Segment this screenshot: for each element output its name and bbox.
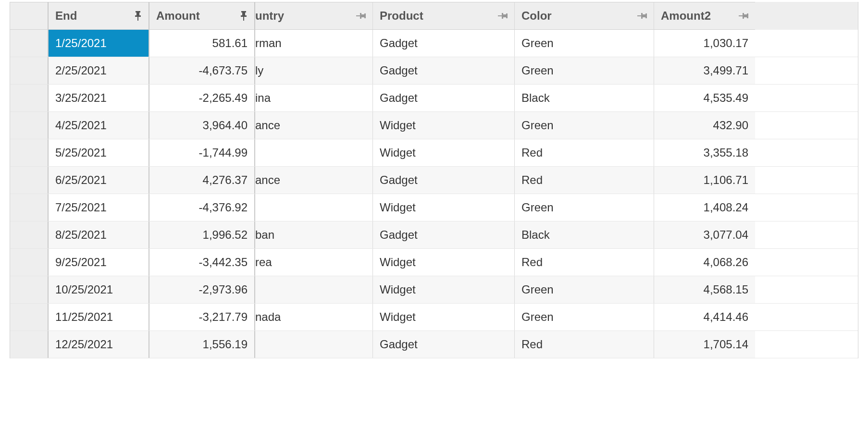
cell-amount2[interactable]: 1,408.24 — [654, 194, 755, 221]
cell-end[interactable]: 3/25/2021 — [49, 85, 149, 111]
cell-country[interactable]: ina — [255, 85, 373, 111]
column-header-amount2[interactable]: Amount2 — [654, 2, 755, 30]
cell-color[interactable]: Green — [515, 30, 654, 57]
cell-end[interactable]: 7/25/2021 — [49, 194, 149, 221]
cell-amount2[interactable]: 3,499.71 — [654, 57, 755, 84]
cell-end[interactable]: 10/25/2021 — [49, 276, 149, 303]
cell-color[interactable]: Green — [515, 112, 654, 139]
column-header-product[interactable]: Product — [373, 2, 515, 30]
cell-country[interactable]: rea — [255, 249, 373, 276]
cell-amount[interactable]: 4,276.37 — [149, 167, 255, 194]
cell-amount[interactable]: 3,964.40 — [149, 112, 255, 139]
cell-country[interactable] — [255, 331, 373, 358]
column-header-amount[interactable]: Amount — [149, 2, 255, 30]
cell-country[interactable] — [255, 276, 373, 303]
cell-amount[interactable]: -4,673.75 — [149, 57, 255, 84]
cell-country[interactable]: ban — [255, 221, 373, 248]
table-row[interactable]: 10/25/2021-2,973.96WidgetGreen4,568.15 — [10, 276, 858, 304]
column-header-country[interactable]: untry — [255, 2, 373, 30]
cell-product[interactable]: Widget — [373, 112, 515, 139]
cell-end[interactable]: 9/25/2021 — [49, 249, 149, 276]
table-row[interactable]: 11/25/2021-3,217.79nadaWidgetGreen4,414.… — [10, 304, 858, 331]
row-header[interactable] — [10, 194, 49, 221]
row-header[interactable] — [10, 167, 49, 194]
row-header[interactable] — [10, 276, 49, 303]
cell-country[interactable]: ance — [255, 112, 373, 139]
unpin-icon[interactable] — [739, 12, 748, 20]
row-header[interactable] — [10, 331, 49, 358]
cell-amount2[interactable]: 3,355.18 — [654, 139, 755, 166]
cell-amount[interactable]: 1,996.52 — [149, 221, 255, 248]
row-header[interactable] — [10, 85, 49, 111]
table-row[interactable]: 7/25/2021-4,376.92WidgetGreen1,408.24 — [10, 194, 858, 221]
row-header[interactable] — [10, 249, 49, 276]
cell-amount[interactable]: -2,265.49 — [149, 85, 255, 111]
cell-amount2[interactable]: 4,535.49 — [654, 85, 755, 111]
cell-amount[interactable]: -4,376.92 — [149, 194, 255, 221]
cell-amount[interactable]: -3,442.35 — [149, 249, 255, 276]
cell-product[interactable]: Widget — [373, 276, 515, 303]
cell-amount[interactable]: -3,217.79 — [149, 304, 255, 330]
cell-amount2[interactable]: 3,077.04 — [654, 221, 755, 248]
cell-color[interactable]: Green — [515, 57, 654, 84]
cell-amount2[interactable]: 4,414.46 — [654, 304, 755, 330]
table-row[interactable]: 6/25/20214,276.37anceGadgetRed1,106.71 — [10, 167, 858, 194]
cell-end[interactable]: 12/25/2021 — [49, 331, 149, 358]
cell-color[interactable]: Black — [515, 221, 654, 248]
cell-amount2[interactable]: 1,705.14 — [654, 331, 755, 358]
cell-country[interactable]: ance — [255, 167, 373, 194]
column-header-end[interactable]: End — [49, 2, 149, 30]
table-row[interactable]: 1/25/2021581.61rmanGadgetGreen1,030.17 — [10, 30, 858, 57]
cell-product[interactable]: Gadget — [373, 221, 515, 248]
cell-country[interactable]: ly — [255, 57, 373, 84]
cell-product[interactable]: Widget — [373, 304, 515, 330]
table-row[interactable]: 3/25/2021-2,265.49inaGadgetBlack4,535.49 — [10, 85, 858, 112]
cell-amount2[interactable]: 4,068.26 — [654, 249, 755, 276]
cell-color[interactable]: Green — [515, 304, 654, 330]
table-row[interactable]: 2/25/2021-4,673.75lyGadgetGreen3,499.71 — [10, 57, 858, 85]
cell-end[interactable]: 4/25/2021 — [49, 112, 149, 139]
cell-country[interactable] — [255, 194, 373, 221]
cell-product[interactable]: Widget — [373, 249, 515, 276]
row-header[interactable] — [10, 30, 49, 57]
table-row[interactable]: 8/25/20211,996.52banGadgetBlack3,077.04 — [10, 221, 858, 249]
cell-product[interactable]: Widget — [373, 139, 515, 166]
cell-product[interactable]: Gadget — [373, 331, 515, 358]
column-header-color[interactable]: Color — [515, 2, 654, 30]
row-header[interactable] — [10, 221, 49, 248]
cell-product[interactable]: Gadget — [373, 57, 515, 84]
cell-product[interactable]: Gadget — [373, 85, 515, 111]
cell-amount[interactable]: -2,973.96 — [149, 276, 255, 303]
unpin-icon[interactable] — [637, 12, 647, 20]
cell-amount[interactable]: 581.61 — [149, 30, 255, 57]
cell-end[interactable]: 6/25/2021 — [49, 167, 149, 194]
cell-amount[interactable]: -1,744.99 — [149, 139, 255, 166]
cell-color[interactable]: Red — [515, 139, 654, 166]
cell-color[interactable]: Green — [515, 276, 654, 303]
cell-end[interactable]: 5/25/2021 — [49, 139, 149, 166]
unpin-icon[interactable] — [498, 12, 508, 20]
row-header[interactable] — [10, 304, 49, 330]
cell-color[interactable]: Green — [515, 194, 654, 221]
row-header[interactable] — [10, 112, 49, 139]
cell-amount2[interactable]: 4,568.15 — [654, 276, 755, 303]
cell-end[interactable]: 8/25/2021 — [49, 221, 149, 248]
cell-product[interactable]: Gadget — [373, 30, 515, 57]
cell-product[interactable]: Widget — [373, 194, 515, 221]
unpin-icon[interactable] — [356, 12, 366, 20]
cell-end[interactable]: 11/25/2021 — [49, 304, 149, 330]
cell-country[interactable]: rman — [255, 30, 373, 57]
table-row[interactable]: 12/25/20211,556.19GadgetRed1,705.14 — [10, 331, 858, 358]
cell-color[interactable]: Red — [515, 249, 654, 276]
row-header[interactable] — [10, 139, 49, 166]
cell-amount2[interactable]: 1,030.17 — [654, 30, 755, 57]
cell-product[interactable]: Gadget — [373, 167, 515, 194]
cell-color[interactable]: Black — [515, 85, 654, 111]
cell-amount[interactable]: 1,556.19 — [149, 331, 255, 358]
table-row[interactable]: 4/25/20213,964.40anceWidgetGreen432.90 — [10, 112, 858, 139]
cell-amount2[interactable]: 1,106.71 — [654, 167, 755, 194]
cell-country[interactable]: nada — [255, 304, 373, 330]
cell-end[interactable]: 2/25/2021 — [49, 57, 149, 84]
cell-color[interactable]: Red — [515, 331, 654, 358]
row-header[interactable] — [10, 57, 49, 84]
